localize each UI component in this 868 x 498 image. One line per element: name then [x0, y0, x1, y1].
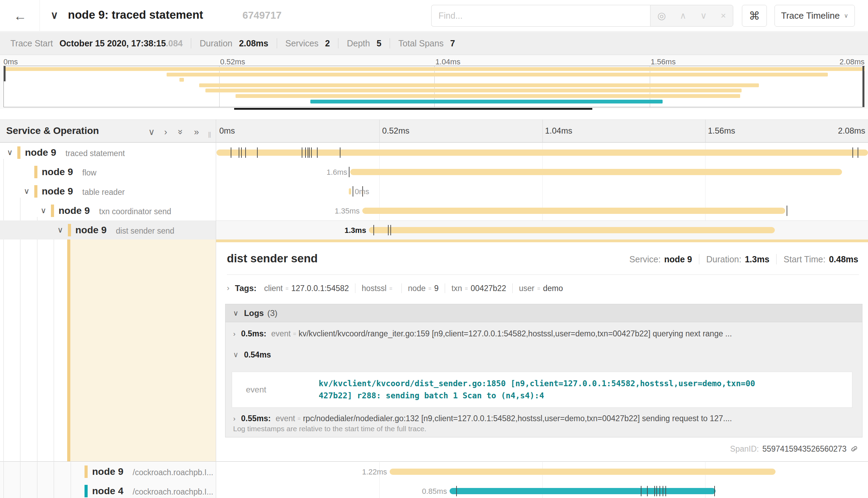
tags-row[interactable]: › Tags: client=127.0.0.1:54582hostssl=no… [227, 280, 859, 296]
tag-key: user [519, 284, 534, 293]
find-clear-icon[interactable]: × [721, 10, 726, 21]
collapse-trace-header-icon[interactable]: ∨ [51, 9, 58, 21]
span-color-swatch [68, 224, 71, 236]
keyboard-shortcuts-button[interactable]: ⌘ [742, 5, 767, 27]
operation-name: flow [82, 168, 97, 178]
log-marker [665, 486, 666, 496]
span-bar[interactable] [390, 469, 776, 475]
equals-sign: = [293, 331, 296, 337]
row-expander-icon[interactable]: ∨ [7, 148, 13, 157]
expand-one-icon[interactable]: › [164, 127, 167, 137]
span-row[interactable]: ∨node 9traced statement [0, 143, 868, 162]
find-prev-icon[interactable]: ∧ [680, 10, 687, 21]
log-marker [456, 486, 457, 496]
equals-sign: = [428, 286, 432, 291]
span-color-swatch [51, 205, 54, 217]
minimap-right-handle[interactable] [862, 66, 864, 107]
span-color-swatch [85, 485, 88, 497]
log-marker [311, 147, 312, 158]
minimap-span [4, 67, 865, 71]
operation-name: dist sender send [116, 226, 175, 236]
meta-label: Duration: [706, 254, 741, 264]
log-marker [302, 147, 302, 158]
duration-label: 1.3ms [345, 226, 366, 235]
minimap-canvas[interactable] [3, 66, 865, 107]
row-expander-icon[interactable]: ∨ [24, 187, 30, 196]
summary-separator [277, 38, 277, 48]
log-timestamp: 0.5ms: [241, 329, 266, 338]
minimap-scrollbar[interactable] [234, 108, 592, 110]
span-id-label: SpanID: [730, 444, 759, 454]
axis-tick-label: 0.52ms [382, 126, 409, 136]
indent-guide [37, 239, 37, 461]
span-row[interactable]: node 4/cockroach.roachpb.I...0.85ms [0, 481, 868, 498]
span-bar[interactable] [450, 488, 715, 494]
span-row[interactable]: ∨node 9dist sender send1.3ms [0, 220, 868, 240]
span-row[interactable]: ∨node 9txn coordinator send1.35ms [0, 201, 868, 220]
log-marker [353, 186, 353, 197]
minimap-left-handle[interactable] [4, 66, 6, 81]
span-id-value: 5597415943526560273 [762, 444, 847, 454]
span-bar[interactable] [369, 227, 775, 233]
log-marker [239, 147, 239, 158]
view-selector-label: Trace Timeline [781, 10, 840, 21]
chevron-right-icon: › [233, 414, 236, 423]
operation-name: txn coordinator send [99, 207, 171, 216]
collapse-all-icon[interactable]: » [175, 129, 186, 134]
log-marker [241, 147, 242, 158]
link-icon[interactable] [850, 445, 859, 454]
log-field-key: event [276, 414, 295, 423]
back-button[interactable]: ← [10, 8, 30, 24]
log-row[interactable]: › 0.5ms: event = kv/kvclient/kvcoord/ran… [233, 327, 855, 341]
indent-guide [20, 239, 20, 461]
span-bar[interactable] [216, 150, 868, 156]
find-next-icon[interactable]: ∨ [700, 10, 707, 21]
service-name: node 9 [59, 205, 90, 216]
span-row[interactable]: node 9/cockroach.roachpb.I...1.22ms [0, 462, 868, 481]
row-expander-icon[interactable]: ∨ [41, 206, 46, 215]
locate-icon[interactable]: ◎ [657, 10, 666, 21]
meta-separator [699, 254, 699, 264]
service-name: node 9 [42, 186, 73, 197]
service-operation-header: Service & Operation [6, 125, 99, 136]
duration-label: 1.22ms [362, 468, 387, 477]
column-resize-handle[interactable]: ‖ [208, 130, 211, 140]
expand-all-icon[interactable]: » [194, 127, 199, 137]
span-bar[interactable] [362, 208, 785, 214]
tag-item: user=demo [519, 284, 563, 293]
log-marker [317, 147, 318, 158]
top-bar: ← ∨ node 9: traced statement 6749717 ◎ ∧… [0, 0, 868, 31]
row-expander-icon[interactable]: ∨ [57, 225, 63, 235]
log-row[interactable]: › 0.55ms: event = rpc/nodedialer/nodedia… [233, 411, 855, 425]
tag-item: txn=00427b22 [451, 284, 506, 293]
tag-separator [401, 283, 402, 293]
axis-tick-label: 1.56ms [708, 126, 735, 136]
span-color-swatch [34, 166, 37, 178]
indent-guide [3, 239, 4, 461]
log-row-expanded-header[interactable]: ∨ 0.54ms [233, 348, 855, 362]
chevron-down-icon: ∨ [233, 351, 238, 359]
service-name: node 9 [92, 466, 123, 477]
log-marker [373, 225, 374, 235]
find-input[interactable] [431, 5, 650, 27]
span-color-swatch [17, 146, 20, 159]
view-selector-button[interactable]: Trace Timeline ∨ [774, 5, 855, 27]
topbar-divider [39, 0, 40, 31]
trace-id: 6749717 [242, 10, 282, 21]
span-row[interactable]: ∨node 9table reader0ms [0, 182, 868, 201]
equals-sign: = [537, 286, 540, 291]
logs-header[interactable]: ∨ Logs (3) [225, 304, 862, 322]
meta-label: Service: [629, 254, 661, 264]
span-row[interactable]: node 9flow1.6ms [0, 162, 868, 182]
axis-gridline [542, 120, 543, 142]
span-rows: ∨node 9traced statementnode 9flow1.6ms∨n… [0, 143, 868, 239]
span-bar[interactable] [349, 188, 352, 194]
span-bar[interactable] [350, 169, 842, 175]
summary-separator [191, 38, 191, 48]
equals-sign: = [465, 286, 468, 291]
column-divider[interactable] [216, 119, 216, 498]
log-marker [852, 147, 853, 158]
span-detail-title: dist sender send [227, 252, 318, 265]
collapse-one-icon[interactable]: ∨ [148, 127, 155, 137]
operation-name: /cockroach.roachpb.I... [133, 468, 213, 477]
